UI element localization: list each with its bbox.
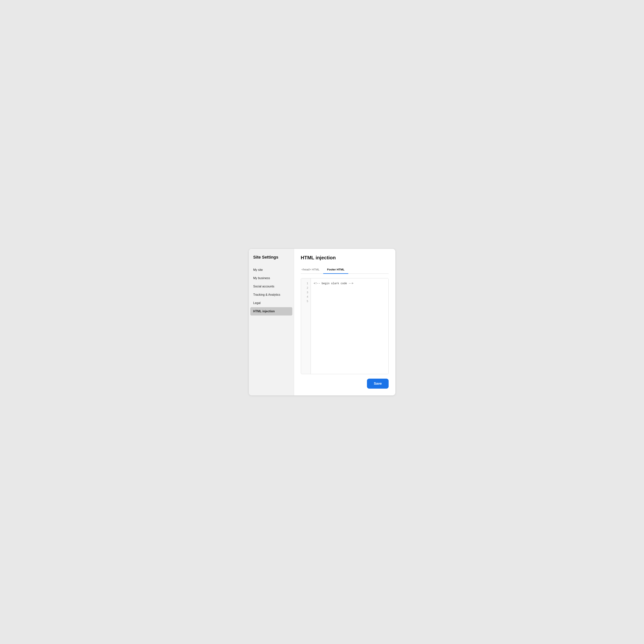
sidebar-link-social-accounts[interactable]: Social accounts — [249, 282, 294, 291]
line-numbers: 1 2 3 4 5 — [301, 278, 311, 374]
sidebar: Site Settings My site My business Social… — [249, 249, 294, 395]
sidebar-link-legal[interactable]: Legal — [249, 299, 294, 307]
sidebar-title: Site Settings — [249, 255, 294, 266]
tab-footer-html[interactable]: Footer HTML — [323, 266, 348, 274]
app-container: Site Settings My site My business Social… — [249, 249, 396, 396]
line-num-2: 2 — [303, 286, 308, 290]
sidebar-item-tracking-analytics[interactable]: Tracking & Analytics — [249, 291, 294, 299]
line-num-1: 1 — [303, 281, 308, 286]
tab-head-html[interactable]: <head> HTML — [301, 266, 323, 274]
line-num-5: 5 — [303, 299, 308, 304]
sidebar-link-my-site[interactable]: My site — [249, 266, 294, 274]
tabs-bar: <head> HTML Footer HTML — [301, 266, 389, 274]
sidebar-item-legal[interactable]: Legal — [249, 299, 294, 307]
page-title: HTML injection — [301, 255, 389, 261]
footer-actions: Save — [301, 379, 389, 389]
sidebar-item-social-accounts[interactable]: Social accounts — [249, 282, 294, 291]
sidebar-nav: My site My business Social accounts Trac… — [249, 266, 294, 315]
sidebar-item-my-site[interactable]: My site — [249, 266, 294, 274]
main-content: HTML injection <head> HTML Footer HTML 1… — [294, 249, 395, 395]
sidebar-link-my-business[interactable]: My business — [249, 274, 294, 282]
sidebar-link-tracking-analytics[interactable]: Tracking & Analytics — [249, 291, 294, 299]
code-textarea[interactable] — [311, 278, 388, 374]
sidebar-item-my-business[interactable]: My business — [249, 274, 294, 282]
code-editor: 1 2 3 4 5 — [301, 278, 389, 374]
line-num-4: 4 — [303, 295, 308, 299]
sidebar-link-html-injection[interactable]: HTML injection — [250, 307, 292, 315]
save-button[interactable]: Save — [367, 379, 388, 389]
sidebar-item-html-injection[interactable]: HTML injection — [249, 307, 294, 315]
line-num-3: 3 — [303, 290, 308, 295]
